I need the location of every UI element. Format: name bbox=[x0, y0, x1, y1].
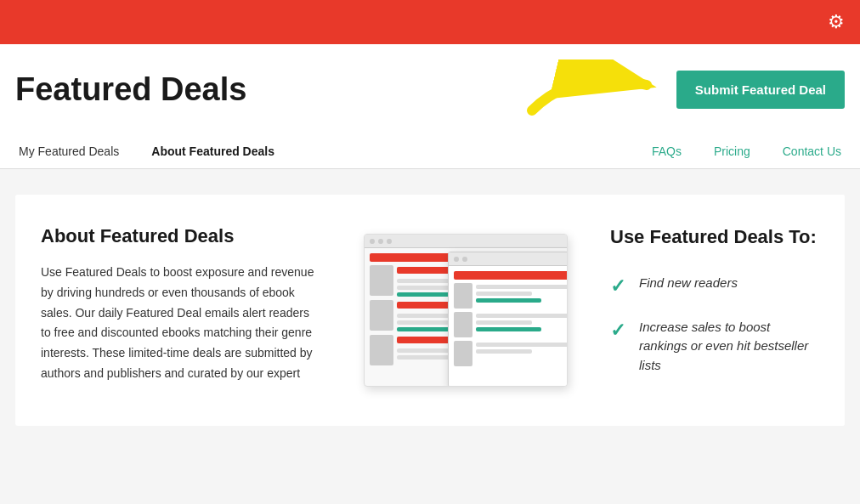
header-top: Featured Deals Submit Featured Deal bbox=[15, 59, 845, 134]
main-content: About Featured Deals Use Featured Deals … bbox=[0, 169, 860, 451]
gear-icon[interactable]: ⚙ bbox=[828, 11, 845, 33]
page-title: Featured Deals bbox=[15, 71, 246, 108]
check-text-2: Increase sales to boost rankings or even… bbox=[639, 318, 819, 376]
nav-faqs[interactable]: FAQs bbox=[648, 134, 685, 168]
use-featured-deals-panel: Use Featured Deals To: ✓ Find new reader… bbox=[585, 195, 845, 426]
browser-bar bbox=[365, 235, 567, 248]
about-body: Use Featured Deals to boost exposure and… bbox=[41, 263, 321, 384]
about-title: About Featured Deals bbox=[41, 225, 321, 247]
nav-my-featured-deals[interactable]: My Featured Deals bbox=[15, 134, 122, 168]
check-item-1: ✓ Find new readers bbox=[610, 274, 819, 297]
browser-bar-front bbox=[449, 252, 568, 266]
mock-content-front bbox=[449, 266, 568, 375]
checkmark-icon-1: ✓ bbox=[610, 275, 625, 297]
arrow-graphic bbox=[523, 59, 659, 119]
screenshot-front bbox=[448, 252, 568, 387]
content-card: About Featured Deals Use Featured Deals … bbox=[15, 195, 845, 426]
screenshot-panel bbox=[347, 195, 585, 426]
nav-left: My Featured Deals About Featured Deals bbox=[15, 134, 278, 168]
nav-about-featured-deals[interactable]: About Featured Deals bbox=[148, 134, 278, 168]
screenshot-back bbox=[364, 234, 568, 387]
check-item-2: ✓ Increase sales to boost rankings or ev… bbox=[610, 318, 819, 376]
arrow-icon bbox=[523, 59, 659, 119]
top-bar: ⚙ bbox=[0, 0, 860, 44]
header-right: Submit Featured Deal bbox=[523, 59, 845, 119]
use-title: Use Featured Deals To: bbox=[610, 225, 819, 250]
nav-right: FAQs Pricing Contact Us bbox=[648, 134, 845, 168]
submit-featured-deal-button[interactable]: Submit Featured Deal bbox=[676, 71, 845, 109]
nav-pricing[interactable]: Pricing bbox=[710, 134, 754, 168]
nav-contact-us[interactable]: Contact Us bbox=[779, 134, 845, 168]
main-nav: My Featured Deals About Featured Deals F… bbox=[15, 134, 845, 168]
check-text-1: Find new readers bbox=[639, 274, 738, 293]
about-left-panel: About Featured Deals Use Featured Deals … bbox=[15, 195, 347, 426]
checkmark-icon-2: ✓ bbox=[610, 320, 625, 342]
header: Featured Deals Submit Featured Deal My F… bbox=[0, 44, 860, 169]
